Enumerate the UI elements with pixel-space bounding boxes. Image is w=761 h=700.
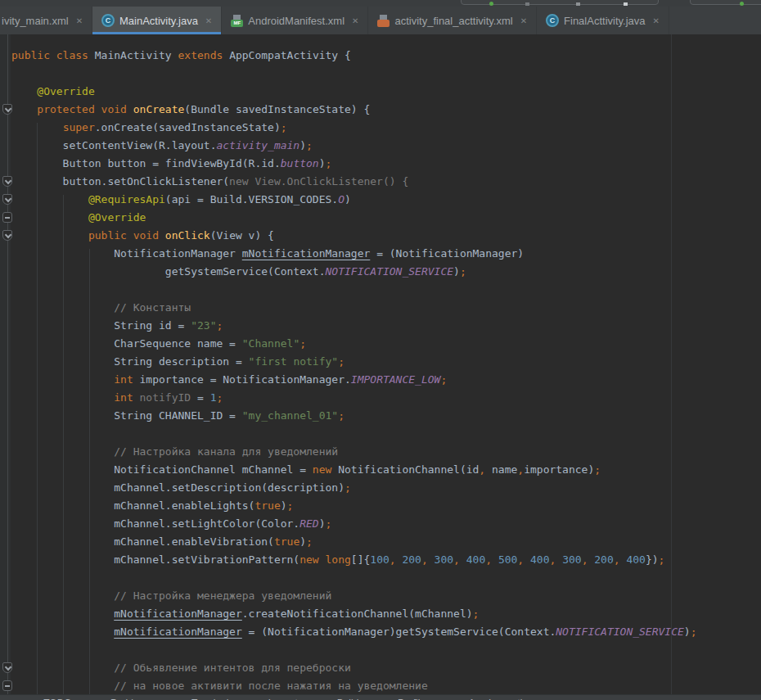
code-token: ; <box>299 337 306 350</box>
code-token: = <box>191 391 209 404</box>
code-token: ; <box>287 499 294 512</box>
fold-open-icon[interactable] <box>2 176 12 187</box>
code-token <box>11 211 88 224</box>
tab-MainActivity.java[interactable]: CMainActivity.java✕ <box>92 7 222 34</box>
code-token: ; <box>440 373 447 386</box>
code-token: ; <box>281 121 287 133</box>
tab-label: FinalActtivity.java <box>564 15 645 27</box>
code-token <box>428 553 435 566</box>
close-icon[interactable]: ✕ <box>205 16 212 25</box>
tab-activity_final_acttivity.xml[interactable]: activity_final_acttivity.xml✕ <box>368 7 537 34</box>
code-token: "first notify" <box>249 355 339 368</box>
code-line-12: NotificationManager mNotificationManager… <box>11 245 761 263</box>
code-token <box>524 553 530 566</box>
code-token: ; <box>460 265 466 278</box>
code-token: (View v) { <box>210 229 274 242</box>
fold-open-icon[interactable] <box>2 194 12 205</box>
java-class-icon: C <box>546 14 559 27</box>
code-token: ; <box>344 481 351 494</box>
code-token: NotificationChannel mChannel = <box>11 463 313 476</box>
code-line-6: setContentView(R.layout.activity_main); <box>11 137 761 155</box>
code-line-8: button.setOnClickListener(new View.OnCli… <box>11 173 761 191</box>
code-token: getSystemService(Context. <box>11 265 326 278</box>
code-token: new <box>313 463 331 476</box>
fold-open-icon[interactable] <box>2 230 12 241</box>
tab-label: activity_final_acttivity.xml <box>394 15 512 27</box>
code-line-4: protected void onCreate(Bundle savedInst… <box>11 101 761 119</box>
code-token: button <box>281 157 319 169</box>
tab-AndroidManifest.xml[interactable]: MFAndroidManifest.xml✕ <box>222 7 368 34</box>
tab-ivity_main.xml[interactable]: ivity_main.xml✕ <box>0 7 92 34</box>
code-line-31: // Настройка менеджера уведомлений <box>11 587 761 605</box>
code-token: String id = <box>11 319 191 332</box>
code-token <box>492 553 498 566</box>
fold-open-icon[interactable] <box>2 662 12 673</box>
code-token: , <box>517 463 524 476</box>
code-token: mNotificationManager <box>114 607 242 620</box>
tab-bar: ivity_main.xml✕CMainActivity.java✕MFAndr… <box>0 7 761 34</box>
code-token: mNotificationManager <box>242 247 371 260</box>
code-token: protected <box>37 103 94 115</box>
code-token <box>133 391 140 404</box>
code-token <box>11 373 114 386</box>
fold-open-icon[interactable] <box>2 104 12 115</box>
code-token: class <box>56 49 88 61</box>
code-line-16: String id = "23"; <box>11 317 761 335</box>
close-icon[interactable]: ✕ <box>352 16 358 25</box>
code-token: mChannel.enableLights( <box>11 499 254 512</box>
code-token: NOTIFICATION_SERVICE <box>326 265 454 278</box>
editor: public class MainActivity extends AppCom… <box>0 34 761 694</box>
manifest-icon: MF <box>231 15 243 27</box>
code-token: ; <box>216 319 223 332</box>
tool-window-bar: ≣TODO⊙Problems▣Terminal▤Logcat⚒Build◷Pro… <box>0 694 761 700</box>
code-token: int <box>114 391 133 404</box>
code-token: CharSequence name = <box>11 337 242 350</box>
code-line-19: int importance = NotificationManager.IMP… <box>11 371 761 389</box>
code-line-22 <box>11 425 761 443</box>
code-line-10: @Override <box>11 209 761 227</box>
fold-closed-icon[interactable] <box>2 680 12 691</box>
code-token: mChannel.setDescription(description) <box>11 481 344 494</box>
code-token: ) <box>684 625 691 638</box>
code-token: 500 <box>498 553 517 566</box>
code-token: onCreate <box>133 103 185 115</box>
code-token: ; <box>691 625 697 638</box>
code-token: (Bundle savedInstanceState) { <box>184 103 370 115</box>
close-icon[interactable]: ✕ <box>653 16 660 25</box>
code-token: name <box>485 463 517 476</box>
close-icon[interactable]: ✕ <box>76 16 83 25</box>
device-widget[interactable] <box>690 0 761 5</box>
code-line-20: int notifyID = 1; <box>11 389 761 407</box>
code-line-5: super.onCreate(savedInstanceState); <box>11 119 761 137</box>
code-line-2 <box>11 65 761 83</box>
code-token: String CHANNEL_ID = <box>11 409 242 422</box>
run-status-dot-icon <box>489 2 493 6</box>
code-token: ) <box>319 157 326 169</box>
code-token: // Константы <box>11 301 191 314</box>
tab-FinalActtivity.java[interactable]: CFinalActtivity.java✕ <box>537 7 669 34</box>
code-token: = (NotificationManager) <box>370 247 524 260</box>
code-token: , <box>517 553 524 566</box>
code-token <box>11 391 114 404</box>
file-band-shape <box>377 20 390 27</box>
code-line-14 <box>11 281 761 299</box>
code-token: @Override <box>88 211 146 224</box>
code-line-3: @Override <box>11 83 761 101</box>
code-token <box>127 229 133 242</box>
close-icon[interactable]: ✕ <box>520 16 527 25</box>
run-configuration-widget[interactable] <box>461 0 659 5</box>
code-token <box>11 607 114 620</box>
code-token: ) <box>299 139 306 151</box>
code-line-11: public void onClick(View v) { <box>11 227 761 245</box>
fold-closed-icon[interactable] <box>2 212 12 223</box>
toolbar-tick-icon <box>525 2 529 6</box>
java-class-icon: C <box>101 14 115 27</box>
gutter-separator <box>7 34 8 694</box>
code-token: ; <box>659 553 665 566</box>
code-token: 200 <box>594 553 613 566</box>
code-token: new <box>299 553 318 566</box>
code-area[interactable]: public class MainActivity extends AppCom… <box>11 34 761 695</box>
code-token: (api = Build.VERSION_CODES. <box>165 193 338 205</box>
code-token: ) <box>453 265 460 278</box>
code-token: int <box>114 373 133 386</box>
